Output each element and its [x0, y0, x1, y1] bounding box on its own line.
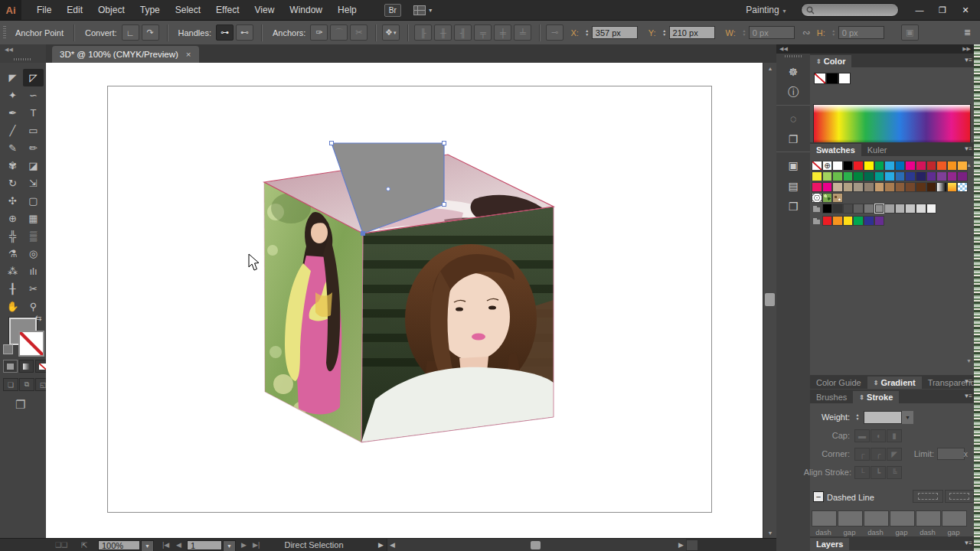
bridge-button[interactable]: Br	[384, 4, 401, 17]
color-group-folder-icon[interactable]	[812, 216, 822, 226]
align-right-button[interactable]: ╢	[454, 24, 472, 41]
scroll-down-icon[interactable]: ▼	[763, 527, 777, 538]
zoom-dropdown-icon[interactable]: ▼	[141, 540, 154, 551]
dash-value-field[interactable]	[890, 510, 915, 527]
slice-tool[interactable]: ✂	[23, 280, 44, 298]
blob-brush-tool[interactable]: ✾	[2, 157, 23, 174]
weight-field[interactable]	[864, 411, 902, 424]
horizontal-scroll-thumb[interactable]	[531, 541, 541, 549]
menu-effect[interactable]: Effect	[208, 0, 247, 20]
x-field[interactable]: 357 px	[592, 26, 638, 39]
limit-field[interactable]	[937, 448, 965, 460]
swatch[interactable]	[832, 193, 843, 203]
swatch[interactable]	[884, 161, 895, 171]
swatch[interactable]	[864, 204, 874, 214]
menu-help[interactable]: Help	[330, 0, 364, 20]
swatch[interactable]	[905, 171, 916, 181]
tab-menu-icon[interactable]: ▼≡	[963, 145, 972, 152]
dash-value-field[interactable]	[864, 510, 889, 527]
mesh-tool[interactable]: ╬	[2, 227, 23, 245]
swatch[interactable]	[936, 182, 947, 192]
swatch[interactable]	[947, 171, 958, 181]
swatch[interactable]	[822, 193, 833, 203]
swatch[interactable]	[853, 216, 864, 226]
default-fill-stroke-icon[interactable]	[3, 344, 13, 354]
arrange-documents-button[interactable]: ▼	[413, 5, 433, 15]
swatch[interactable]	[843, 161, 854, 171]
hide-handles-button[interactable]: ⊷	[236, 24, 253, 41]
projecting-cap-button[interactable]: ▮	[887, 429, 902, 442]
swatch[interactable]	[864, 161, 874, 171]
transform-bounding-box-icon[interactable]: ▣	[901, 24, 919, 41]
status-menu-icon[interactable]: ▶	[378, 541, 384, 549]
swatch[interactable]	[832, 204, 843, 214]
selection-tool[interactable]: ◤	[2, 69, 23, 86]
attributes-panel-button[interactable]: ◌	[776, 108, 810, 129]
swatch[interactable]	[812, 182, 822, 192]
swatch[interactable]	[832, 216, 843, 226]
swatch[interactable]	[822, 182, 833, 192]
horizontal-scrollbar[interactable]: ◀ ▶	[387, 539, 686, 551]
swatch[interactable]	[916, 182, 926, 192]
paintbrush-tool[interactable]: ✎	[2, 139, 23, 157]
rotate-tool[interactable]: ↻	[2, 174, 23, 192]
swatch[interactable]	[874, 161, 885, 171]
swatch[interactable]	[916, 171, 926, 181]
swatch[interactable]	[884, 204, 895, 214]
distribute-center-button[interactable]: ╪	[494, 24, 511, 41]
swatch[interactable]	[916, 204, 926, 214]
swatch[interactable]	[812, 171, 822, 181]
width-tool[interactable]: ✣	[2, 192, 23, 210]
swatch[interactable]	[874, 171, 885, 181]
swatch[interactable]	[822, 171, 833, 181]
cut-path-button[interactable]: ✂	[350, 24, 368, 41]
pathfinder-panel-button[interactable]: ❒	[776, 196, 810, 217]
perspective-grid-tool[interactable]: ▦	[23, 210, 44, 227]
swatch[interactable]	[957, 182, 968, 192]
dash-value-field[interactable]	[838, 510, 863, 527]
direct-selection-tool[interactable]: ◸	[23, 69, 44, 86]
bevel-join-button[interactable]: ◤	[887, 448, 902, 461]
artboard-tool[interactable]: ╂	[2, 280, 23, 298]
h-field[interactable]: 0 px	[838, 26, 884, 39]
pencil-tool[interactable]: ✏	[23, 139, 44, 157]
eyedropper-tool[interactable]: ⚗	[2, 245, 23, 262]
swatch[interactable]	[843, 182, 854, 192]
draw-behind-button[interactable]: ⧉	[19, 378, 34, 391]
menu-type[interactable]: Type	[132, 0, 168, 20]
scroll-up-icon[interactable]: ▲	[763, 63, 777, 73]
color-panel-menu-icon[interactable]: ▼≡	[963, 57, 972, 64]
w-stepper[interactable]: ▲▼	[740, 27, 748, 39]
tab-brushes[interactable]: Brushes	[810, 391, 853, 403]
align-stroke-outside-button[interactable]: ╚	[887, 466, 902, 479]
scale-tool[interactable]: ⇲	[23, 174, 44, 192]
swatch[interactable]	[926, 182, 937, 192]
close-document-icon[interactable]: ×	[186, 50, 191, 59]
miter-join-button[interactable]: ┌	[854, 448, 870, 461]
align-panel-button[interactable]: ▤	[776, 175, 810, 196]
swatch[interactable]	[812, 193, 822, 203]
swatch[interactable]	[916, 161, 926, 171]
align-left-button[interactable]: ╟	[414, 24, 432, 41]
shape-builder-tool[interactable]: ⊕	[2, 210, 23, 227]
lasso-tool[interactable]: ∽	[23, 86, 44, 104]
zoom-level-field[interactable]: 100%	[98, 540, 140, 550]
export-icon[interactable]: ⇱	[81, 541, 87, 549]
eraser-tool[interactable]: ◪	[23, 157, 44, 174]
vertical-scroll-thumb[interactable]	[765, 293, 775, 306]
artboards-panel-button[interactable]: ❐	[776, 129, 810, 149]
swatch[interactable]	[864, 171, 874, 181]
swatch[interactable]	[926, 171, 937, 181]
swatch[interactable]	[843, 171, 854, 181]
zoom-tool[interactable]: ⚲	[23, 298, 44, 315]
swatch[interactable]	[905, 161, 916, 171]
swap-fill-stroke-icon[interactable]: ⇆	[35, 314, 41, 322]
tab-layers[interactable]: Layers	[810, 538, 849, 550]
restore-button[interactable]: ❐	[931, 2, 954, 18]
menu-object[interactable]: Object	[90, 0, 132, 20]
tab-stroke[interactable]: ⇕Stroke	[853, 391, 899, 403]
collapse-toolbar-icon[interactable]: ◀◀	[5, 47, 13, 53]
round-cap-button[interactable]: ◖	[871, 429, 886, 442]
align-stroke-center-button[interactable]: └	[854, 466, 870, 479]
swatch[interactable]	[864, 216, 874, 226]
